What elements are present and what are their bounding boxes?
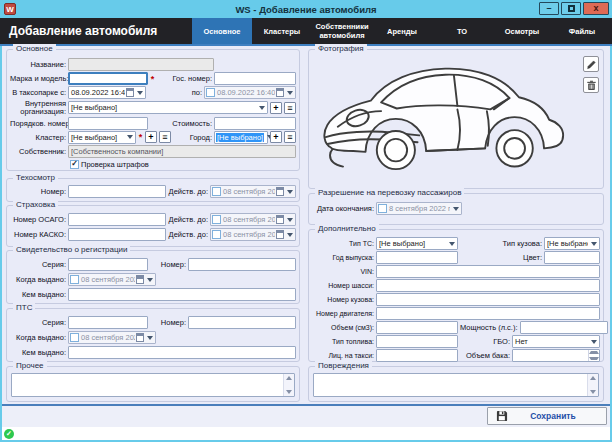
vin-row: VIN: [312,265,600,278]
trash-icon [586,80,597,91]
pts-number-input[interactable] [188,316,296,329]
scroll-up-icon[interactable] [590,376,596,380]
scroll-down-icon[interactable] [286,390,292,394]
date-checkbox[interactable] [212,187,221,196]
make-model-input[interactable] [68,72,148,85]
calendar-icon[interactable] [136,275,144,284]
chassis-input[interactable] [376,279,600,292]
calendar-icon[interactable] [136,333,144,342]
fines-check-checkbox[interactable]: ✓ [70,160,79,169]
year-input[interactable] [376,251,458,264]
calendar-icon[interactable] [276,187,284,196]
body-type-combo[interactable]: [Не выбрано] [544,237,600,250]
city-combo[interactable]: [Не выбрано] [214,131,268,144]
scroll-up-icon[interactable] [286,376,292,380]
scrollbar[interactable] [587,374,598,396]
date-checkbox[interactable] [212,215,221,224]
vin-input[interactable] [376,265,600,278]
plate-input[interactable] [214,72,296,85]
permit-end-date-row: Дата окончания: 8 сентября 2022 г. [312,202,600,215]
cluster-combo[interactable]: [Не выбрано] [68,131,136,144]
valid-until-label: Действ. до: [168,187,208,196]
inspection-valid-until-date[interactable]: 08 сентября 2022 [210,185,296,198]
volume-input[interactable] [376,321,458,334]
tab-faily[interactable]: Файлы [552,18,612,44]
date-checkbox[interactable] [70,333,79,342]
gbo-combo[interactable]: Нет [512,335,600,348]
calendar-icon[interactable] [276,88,284,97]
reg-number-input[interactable] [188,258,296,271]
tab-to[interactable]: ТО [432,18,492,44]
tab-klastery[interactable]: Кластеры [252,18,312,44]
osago-valid-until-date[interactable]: 08 сентября 2022 [210,213,296,226]
chevron-down-icon[interactable] [145,274,154,285]
chevron-down-icon[interactable] [145,332,154,343]
reg-issued-by-input[interactable] [68,288,296,301]
calendar-icon[interactable] [126,88,134,97]
calendar-icon[interactable] [276,230,284,239]
chevron-down-icon[interactable] [135,87,144,98]
pts-issued-when-date[interactable]: 08 сентября 2022 [68,331,156,344]
cost-input[interactable] [214,117,296,130]
chevron-down-icon[interactable] [257,102,266,113]
inspection-number-input[interactable] [68,185,166,198]
add-city-button[interactable]: + [270,131,282,143]
body-number-input[interactable] [376,293,600,306]
chevron-down-icon[interactable] [285,214,294,225]
in-fleet-from-date[interactable]: 08.09.2022 16:40 [68,86,146,99]
stepper-down-button[interactable] [589,356,599,362]
kasko-valid-until-date[interactable]: 08 сентября 2022 [210,228,296,241]
chevron-down-icon[interactable] [285,229,294,240]
fuel-input[interactable] [376,335,458,348]
close-button[interactable]: x [583,2,609,15]
color-input[interactable] [544,251,600,264]
tab-osmotry[interactable]: Осмотры [492,18,552,44]
reg-series-input[interactable] [68,258,148,271]
chevron-down-icon[interactable] [447,238,456,249]
date-checkbox[interactable] [378,204,387,213]
internal-org-combo[interactable]: [Не выбрано] [68,101,268,114]
save-button[interactable]: Сохранить [487,407,607,425]
in-fleet-to-date[interactable]: 08.09.2022 16:40 [204,86,296,99]
tab-arendy[interactable]: Аренды [372,18,432,44]
calendar-icon[interactable] [276,215,284,224]
power-input[interactable] [520,321,608,334]
reg-issued-when-date[interactable]: 08 сентября 2022 [68,273,156,286]
taxi-license-input[interactable] [376,349,458,362]
kasko-input[interactable] [68,228,166,241]
tab-osnovnoe[interactable]: Основное [192,18,252,44]
chevron-down-icon[interactable] [285,186,294,197]
osago-input[interactable] [68,213,166,226]
pts-issued-by-input[interactable] [68,346,296,359]
chevron-down-icon[interactable] [589,238,598,249]
permit-end-date[interactable]: 8 сентября 2022 г. [376,202,462,215]
other-textarea[interactable] [11,373,295,397]
minimize-button[interactable]: – [539,2,559,15]
chevron-down-icon[interactable] [451,203,460,214]
vin-label: VIN: [312,268,374,275]
city-list-button[interactable]: ≡ [284,131,296,143]
chevron-down-icon[interactable] [285,87,294,98]
maximize-button[interactable] [561,2,581,15]
chevron-down-icon[interactable] [125,132,134,143]
edit-photo-button[interactable] [583,56,599,72]
tab-sobstvenniki[interactable]: Собственники автомобиля [312,18,372,44]
delete-photo-button[interactable] [583,77,599,93]
pts-series-input[interactable] [68,316,148,329]
date-checkbox[interactable] [212,230,221,239]
cluster-list-button[interactable]: ≡ [159,131,171,143]
damages-textarea[interactable] [313,373,599,397]
scrollbar[interactable] [283,374,294,396]
to-date-checkbox[interactable] [206,88,215,97]
date-checkbox[interactable] [70,275,79,284]
scroll-down-icon[interactable] [590,390,596,394]
serial-number-input[interactable] [68,117,148,130]
chevron-down-icon[interactable] [589,336,598,347]
add-cluster-button[interactable]: + [145,131,157,143]
org-list-button[interactable]: ≡ [284,102,296,114]
engine-input[interactable] [376,307,600,320]
add-org-button[interactable]: + [270,102,282,114]
vehicle-type-combo[interactable]: [Не выбрано] [376,237,458,250]
group-title: Прочее [13,361,47,370]
tank-volume-stepper[interactable] [512,349,600,362]
